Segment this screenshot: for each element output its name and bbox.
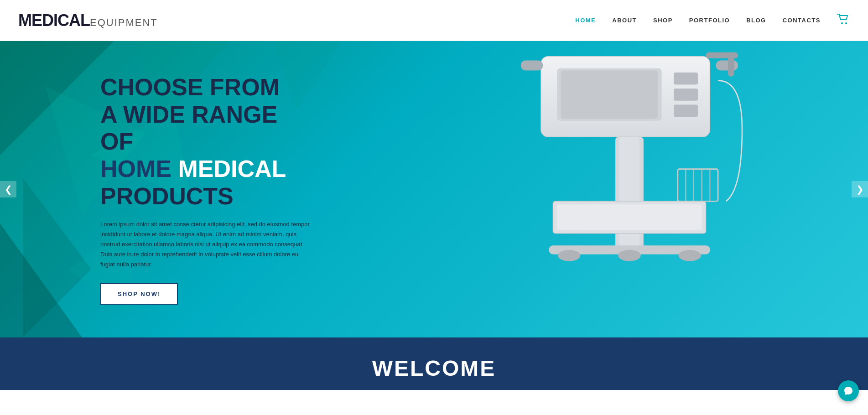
svg-point-26 [678,250,701,261]
welcome-title: WELCOME [0,356,868,381]
svg-rect-15 [674,88,698,100]
nav-item-contacts[interactable]: CONTACTS [783,17,821,24]
svg-rect-20 [728,52,734,77]
svg-rect-14 [674,73,698,84]
logo-equipment: EQUIPMENT [90,17,158,29]
logo-medical: MEDICAL [18,11,90,30]
svg-point-1 [845,22,847,24]
svg-point-25 [618,250,640,261]
hero-title: CHOOSE FROM A WIDE RANGE OF HOME MEDICAL… [100,74,310,210]
svg-rect-13 [561,71,658,119]
svg-point-0 [841,22,843,24]
medical-device-svg [415,48,844,330]
chevron-right-icon: ❯ [856,184,864,195]
logo[interactable]: MEDICAL EQUIPMENT [18,11,158,30]
hero-product-image [390,41,868,337]
svg-rect-29 [678,169,718,202]
svg-rect-28 [557,205,702,230]
chat-icon [843,386,853,390]
nav-item-about[interactable]: ABOUT [612,17,637,24]
hero-highlight-home: HOME [100,156,172,182]
hero-title-highlights: HOME MEDICAL [100,156,310,183]
svg-rect-18 [716,61,738,71]
main-nav: HOME ABOUT SHOP PORTFOLIO BLOG CONTACTS [575,14,850,27]
cart-icon[interactable] [837,14,850,27]
hero-description: Lorem ipsum dolor sit amet conse ctetur … [100,219,310,270]
hero-section: CHOOSE FROM A WIDE RANGE OF HOME MEDICAL… [0,41,868,337]
nav-item-shop[interactable]: SHOP [653,17,673,24]
hero-content: CHOOSE FROM A WIDE RANGE OF HOME MEDICAL… [0,74,310,305]
nav-item-home[interactable]: HOME [575,17,596,24]
carousel-next-button[interactable]: ❯ [852,181,868,197]
hero-title-line1: CHOOSE FROM [100,74,310,101]
nav-item-blog[interactable]: BLOG [746,17,766,24]
hero-title-line2: A WIDE RANGE OF [100,101,310,156]
shop-now-button[interactable]: SHOP NOW! [100,283,178,305]
hero-highlight-medical: MEDICAL [178,156,286,182]
site-header: MEDICAL EQUIPMENT HOME ABOUT SHOP PORTFO… [0,0,868,41]
nav-item-portfolio[interactable]: PORTFOLIO [689,17,730,24]
svg-rect-17 [520,61,543,71]
svg-point-24 [558,250,580,261]
chevron-left-icon: ❮ [5,184,12,195]
svg-rect-16 [674,105,698,117]
hero-title-line3: PRODUCTS [100,183,310,210]
carousel-prev-button[interactable]: ❮ [0,181,16,197]
welcome-section: WELCOME [0,337,868,390]
